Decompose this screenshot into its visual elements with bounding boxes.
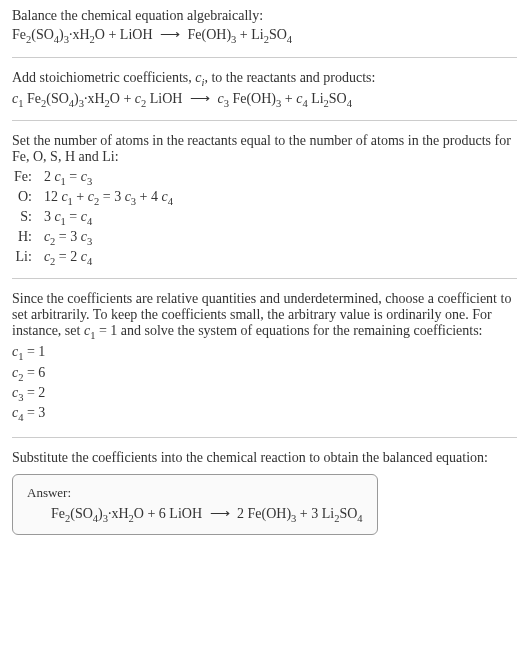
coef-value: c3 = 2 [12, 384, 517, 404]
atom-equation: c2 = 3 c3 [44, 229, 517, 247]
intro-equation: Fe2(SO4)3·xH2O + LiOH ⟶ Fe(OH)3 + Li2SO4 [12, 26, 517, 45]
coefficient-list: c1 = 1 c2 = 6 c3 = 2 c4 = 3 [12, 343, 517, 425]
coef-value: c2 = 6 [12, 364, 517, 384]
divider [12, 437, 517, 438]
intro-text: Balance the chemical equation algebraica… [12, 8, 517, 24]
atom-equation: 3 c1 = c4 [44, 209, 517, 227]
step2-text: Set the number of atoms in the reactants… [12, 133, 517, 165]
atom-label: S: [14, 209, 32, 227]
step3-section: Since the coefficients are relative quan… [12, 291, 517, 425]
step1-text: Add stoichiometric coefficients, ci, to … [12, 70, 517, 88]
step1-section: Add stoichiometric coefficients, ci, to … [12, 70, 517, 109]
atom-label: H: [14, 229, 32, 247]
atom-equation: 2 c1 = c3 [44, 169, 517, 187]
atom-label: Fe: [14, 169, 32, 187]
atom-balance-table: Fe: 2 c1 = c3 O: 12 c1 + c2 = 3 c3 + 4 c… [14, 169, 517, 266]
coef-value: c4 = 3 [12, 404, 517, 424]
step4-section: Substitute the coefficients into the che… [12, 450, 517, 535]
answer-box: Answer: Fe2(SO4)3·xH2O + 6 LiOH ⟶ 2 Fe(O… [12, 474, 378, 535]
answer-label: Answer: [27, 485, 363, 501]
step2-section: Set the number of atoms in the reactants… [12, 133, 517, 266]
atom-equation: 12 c1 + c2 = 3 c3 + 4 c4 [44, 189, 517, 207]
divider [12, 120, 517, 121]
step3-text: Since the coefficients are relative quan… [12, 291, 517, 341]
divider [12, 57, 517, 58]
coef-value: c1 = 1 [12, 343, 517, 363]
atom-label: Li: [14, 249, 32, 267]
atom-equation: c2 = 2 c4 [44, 249, 517, 267]
step4-text: Substitute the coefficients into the che… [12, 450, 517, 466]
intro-section: Balance the chemical equation algebraica… [12, 8, 517, 45]
step1-equation: c1 Fe2(SO4)3·xH2O + c2 LiOH ⟶ c3 Fe(OH)3… [12, 90, 517, 109]
divider [12, 278, 517, 279]
atom-label: O: [14, 189, 32, 207]
answer-equation: Fe2(SO4)3·xH2O + 6 LiOH ⟶ 2 Fe(OH)3 + 3 … [51, 505, 363, 524]
